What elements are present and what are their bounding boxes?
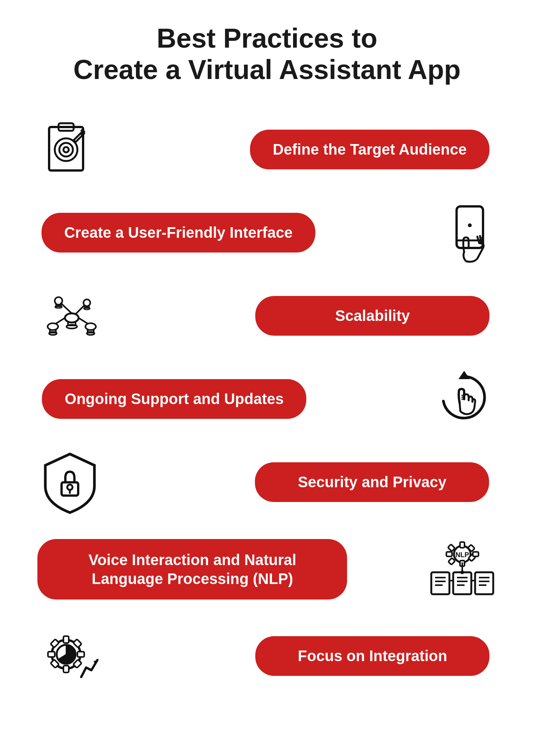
svg-point-4 [63,147,69,152]
svg-rect-72 [48,652,55,657]
practice-item-voice-nlp: Voice Interaction and Natural Language P… [30,528,504,611]
hand-update-icon [424,363,504,435]
practice-item-define-target-audience: Define the Target Audience [30,112,504,187]
svg-line-7 [74,140,76,142]
svg-point-16 [468,223,472,227]
practice-item-ongoing-support: Ongoing Support and Updates [30,361,504,437]
integration-label: Focus on Integration [255,636,489,676]
svg-rect-58 [453,572,471,594]
svg-rect-75 [73,639,82,648]
define-target-label: Define the Target Audience [250,130,489,169]
svg-rect-49 [473,552,478,556]
page-title: Best Practices to Create a Virtual Assis… [73,23,461,85]
svg-line-20 [56,318,65,324]
practice-item-security: Security and Privacy [30,445,504,520]
shield-lock-icon [30,446,110,518]
svg-rect-62 [475,572,493,594]
svg-point-29 [55,297,62,305]
practice-item-user-friendly: Create a User-Friendly Interface [30,195,504,271]
svg-rect-48 [446,552,452,556]
nlp-icon: NLP [421,530,504,609]
practice-item-scalability: Scalability [30,278,504,354]
scalability-label: Scalability [255,296,489,336]
mobile-touch-icon [428,197,504,269]
svg-marker-36 [458,371,470,379]
svg-line-24 [79,318,88,324]
svg-point-19 [66,325,77,328]
security-label: Security and Privacy [255,462,489,502]
user-friendly-label: Create a User-Friendly Interface [42,213,315,253]
svg-line-28 [60,303,72,313]
svg-point-33 [83,299,90,306]
svg-line-14 [480,236,481,243]
svg-rect-70 [63,636,69,643]
svg-rect-54 [431,572,449,594]
svg-point-21 [48,323,58,330]
gear-chart-icon [30,620,113,692]
svg-rect-50 [448,558,455,564]
svg-point-68 [460,570,464,574]
svg-rect-44 [460,542,465,548]
practice-item-integration: Focus on Integration [30,618,504,694]
svg-text:NLP: NLP [455,551,469,559]
voice-nlp-label: Voice Interaction and Natural Language P… [37,539,347,600]
svg-point-3 [59,143,73,156]
svg-line-32 [76,305,85,314]
svg-line-15 [482,237,483,245]
svg-point-17 [65,313,79,322]
practices-list: Define the Target Audience Create a User… [30,112,504,698]
ongoing-support-label: Ongoing Support and Updates [42,379,306,419]
network-scalability-icon [30,280,113,352]
svg-rect-71 [63,666,69,672]
svg-rect-74 [51,639,59,648]
target-clipboard-icon [30,114,106,186]
svg-line-13 [477,237,479,243]
svg-rect-73 [77,652,84,657]
svg-point-25 [85,323,96,330]
svg-rect-46 [448,544,455,551]
